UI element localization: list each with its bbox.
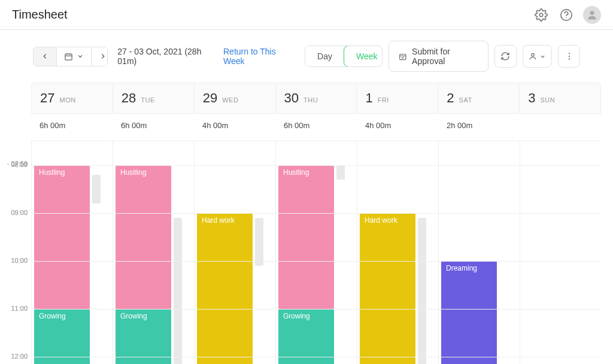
day-column[interactable]: Hard work: [357, 141, 438, 364]
day-number: 30: [284, 90, 299, 105]
day-total: [520, 114, 601, 141]
view-day-tab[interactable]: Day: [305, 46, 344, 66]
prev-week-button[interactable]: [34, 47, 56, 66]
chevron-down-icon: [77, 53, 84, 60]
tracked-ghost-bar: [255, 218, 263, 266]
more-menu-button[interactable]: [558, 45, 580, 68]
date-nav-group: [33, 47, 108, 66]
day-total: 4h 00m: [194, 114, 275, 141]
day-number: 29: [203, 90, 217, 105]
timesheet-event[interactable]: Hard work: [197, 213, 253, 364]
person-filter-button[interactable]: [523, 45, 553, 68]
gear-icon: [535, 8, 548, 22]
svg-point-0: [539, 13, 543, 17]
date-picker-button[interactable]: [56, 47, 91, 66]
day-totals-row: 6h 00m6h 00m4h 00m6h 00m4h 00m2h 00m: [31, 114, 601, 141]
refresh-icon: [500, 51, 510, 61]
submit-approval-label: Submit for Approval: [412, 47, 478, 66]
time-label: 11:00: [11, 305, 28, 312]
date-range-label: 27 - 03 Oct, 2021 (28h 01m): [117, 47, 214, 66]
tracked-ghost-bar: [336, 165, 345, 180]
day-header[interactable]: 1FRI: [356, 83, 438, 113]
refresh-button[interactable]: [494, 45, 517, 68]
day-header[interactable]: 28TUE: [113, 83, 194, 113]
toolbar: 27 - 03 Oct, 2021 (28h 01m) Return to Th…: [0, 30, 613, 83]
day-column[interactable]: HustlingGrowing: [113, 141, 194, 364]
day-total: 6h 00m: [31, 114, 113, 141]
chevron-left-icon: [41, 52, 49, 60]
help-icon: [560, 8, 573, 22]
calendar-check-icon: [399, 52, 407, 61]
chevron-right-icon: [99, 52, 107, 60]
day-number: 28: [122, 90, 136, 105]
hour-gridline: [31, 309, 601, 310]
svg-rect-8: [400, 54, 406, 59]
day-header[interactable]: 27MON: [32, 83, 113, 113]
day-column[interactable]: Hard work: [194, 141, 275, 364]
hour-gridline: [31, 213, 601, 214]
timesheet-event[interactable]: Dreaming: [441, 261, 497, 364]
day-number: 1: [365, 90, 372, 105]
person-icon: [529, 52, 537, 60]
day-column[interactable]: HustlingGrowing: [31, 141, 113, 364]
timesheet-event[interactable]: Hustling: [278, 165, 334, 309]
topbar-actions: [533, 6, 601, 24]
topbar: Timesheet: [0, 0, 613, 30]
timesheet-event[interactable]: Hustling: [34, 165, 90, 309]
calendar-icon: [64, 52, 73, 61]
day-of-week: WED: [222, 96, 238, 104]
day-column[interactable]: HustlingGrowing: [275, 141, 357, 364]
svg-point-11: [569, 53, 570, 54]
tracked-ghost-bar: [418, 218, 426, 364]
view-week-tab[interactable]: Week: [344, 46, 383, 67]
hour-gridline: [31, 165, 601, 166]
timesheet-grid: - 07:5908:0009:0010:0011:0012:00 Hustlin…: [5, 141, 601, 364]
svg-point-12: [569, 56, 570, 57]
day-number: 27: [40, 90, 54, 105]
day-columns: HustlingGrowingHustlingGrowingHard workH…: [31, 141, 601, 364]
return-this-week-link[interactable]: Return to This Week: [223, 47, 293, 66]
timesheet-event[interactable]: Hustling: [116, 165, 171, 309]
help-button[interactable]: [558, 7, 575, 23]
timesheet-event[interactable]: Growing: [34, 309, 90, 364]
day-header[interactable]: 3SUN: [519, 83, 600, 113]
next-week-button[interactable]: [91, 47, 108, 66]
svg-point-13: [569, 59, 570, 60]
day-header[interactable]: 29WED: [194, 83, 275, 113]
calendar: 27MON28TUE29WED30THU1FRI2SAT3SUN 6h 00m6…: [0, 83, 613, 364]
page-title: Timesheet: [12, 8, 68, 22]
tracked-ghost-bar: [92, 175, 101, 204]
day-column[interactable]: Dreaming: [438, 141, 520, 364]
svg-point-10: [532, 53, 535, 56]
view-switch: Day Week: [305, 46, 383, 67]
day-of-week: MON: [59, 96, 75, 104]
hour-gridline: [31, 261, 601, 262]
time-label: 12:00: [11, 353, 28, 360]
day-total: 2h 00m: [438, 114, 520, 141]
day-number: 3: [528, 90, 535, 105]
chevron-down-icon: [539, 53, 546, 60]
day-total: 6h 00m: [113, 114, 194, 141]
day-number: 2: [447, 90, 454, 105]
timesheet-event[interactable]: Growing: [278, 309, 334, 364]
timesheet-event[interactable]: Growing: [116, 309, 171, 364]
day-header-row: 27MON28TUE29WED30THU1FRI2SAT3SUN: [31, 83, 601, 114]
hour-gridline: [31, 357, 601, 357]
svg-point-3: [590, 11, 594, 15]
svg-rect-4: [65, 54, 72, 60]
day-of-week: THU: [304, 96, 318, 104]
day-header[interactable]: 30THU: [275, 83, 357, 113]
timesheet-event[interactable]: Hard work: [360, 213, 415, 364]
user-avatar[interactable]: [583, 6, 601, 24]
time-label: 09:00: [11, 209, 28, 216]
time-gutter: - 07:5908:0009:0010:0011:0012:00: [5, 141, 31, 364]
day-of-week: TUE: [141, 96, 155, 104]
day-column[interactable]: [520, 141, 601, 364]
submit-approval-button[interactable]: Submit for Approval: [389, 41, 488, 72]
settings-button[interactable]: [533, 7, 550, 23]
svg-point-2: [566, 17, 566, 17]
time-label: 10:00: [11, 257, 28, 264]
day-total: 4h 00m: [357, 114, 438, 141]
tracked-ghost-bar: [174, 218, 182, 364]
day-header[interactable]: 2SAT: [438, 83, 519, 113]
